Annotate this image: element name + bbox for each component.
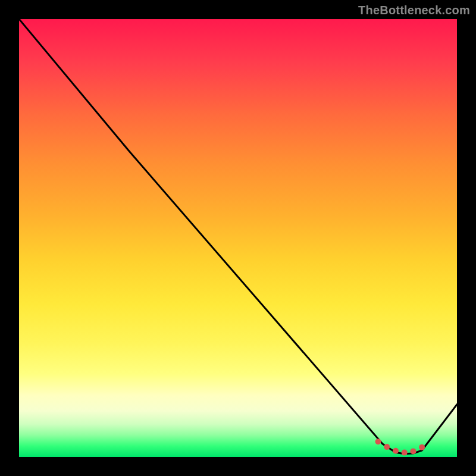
marker-dot [410,448,416,454]
marker-dot [384,444,390,450]
chart-stage: TheBottleneck.com [0,0,476,476]
watermark-text: TheBottleneck.com [358,4,470,17]
plot-area [19,19,457,457]
value-curve [19,19,457,457]
marker-dot [402,450,408,456]
marker-dots [19,19,457,457]
marker-dot [375,439,381,444]
marker-dot [419,444,425,450]
marker-dot [393,448,399,454]
